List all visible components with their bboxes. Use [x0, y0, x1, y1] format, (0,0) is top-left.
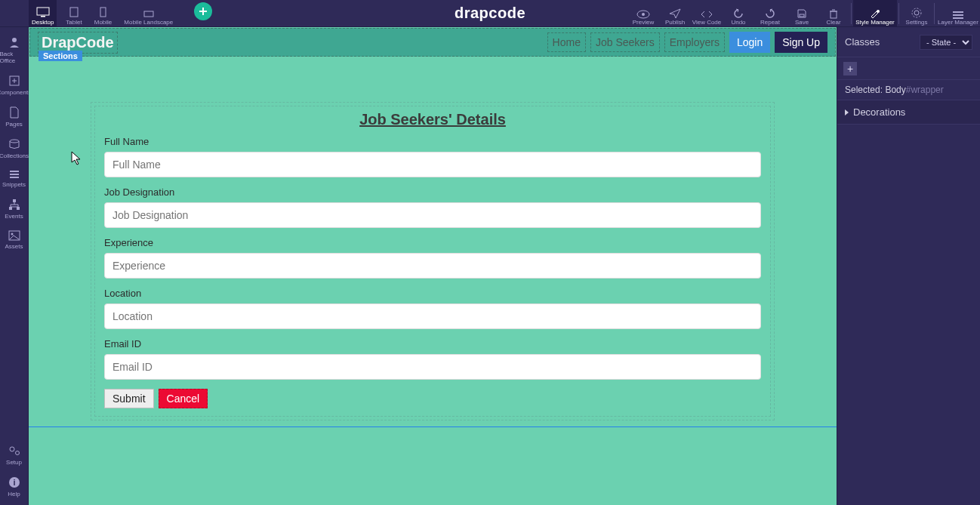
tag-add-row: +: [837, 57, 980, 80]
separator: [898, 3, 899, 24]
code-icon: [700, 10, 713, 19]
rail-snippets[interactable]: Snippets: [0, 164, 29, 192]
device-label: Mobile Landscape: [124, 19, 173, 26]
tool-style-manager[interactable]: Style Manager: [853, 0, 897, 27]
rail-collections[interactable]: Collections: [0, 132, 29, 164]
gear-icon: [911, 7, 923, 19]
mobile-landscape-icon: [143, 11, 154, 17]
rail-label: Setup: [6, 459, 22, 466]
svg-text:i: i: [13, 478, 15, 487]
site-brand-text: DrapCode: [42, 34, 114, 51]
state-select[interactable]: - State -: [920, 35, 972, 50]
device-mobile[interactable]: Mobile: [91, 0, 116, 27]
rail-label: Help: [8, 491, 20, 497]
style-manager-panel: Classes - State - + Selected: Body#wrapp…: [837, 27, 980, 505]
rail-setup[interactable]: Setup: [0, 439, 29, 470]
svg-point-38: [10, 447, 14, 451]
redo-icon: [764, 8, 776, 19]
rail-events[interactable]: Events: [0, 192, 29, 224]
svg-point-15: [914, 11, 919, 15]
separator: [851, 3, 852, 24]
save-icon: [797, 8, 807, 19]
svg-point-39: [15, 451, 19, 455]
caret-right-icon: [845, 109, 849, 115]
device-desktop[interactable]: Desktop: [29, 0, 57, 27]
rail-pages[interactable]: Pages: [0, 100, 29, 132]
svg-rect-28: [13, 199, 16, 202]
svg-rect-3: [100, 8, 106, 17]
svg-rect-29: [9, 207, 12, 210]
tool-label: Settings: [906, 19, 928, 26]
svg-point-37: [11, 233, 13, 236]
svg-point-14: [877, 10, 880, 13]
tool-label: View Code: [692, 19, 722, 26]
trash-icon: [828, 8, 839, 19]
paper-plane-icon: [669, 8, 681, 19]
topbar-tools: Preview Publish View Code Undo Repeat Sa…: [627, 0, 980, 27]
tool-label: Preview: [633, 19, 654, 26]
device-label: Tablet: [66, 19, 82, 26]
tool-label: Undo: [731, 19, 745, 26]
cogs-icon: [8, 445, 21, 457]
body-outline: [29, 27, 837, 427]
tool-save[interactable]: Save: [786, 0, 818, 27]
tool-publish[interactable]: Publish: [659, 0, 691, 27]
sitemap-icon: [8, 199, 20, 211]
canvas[interactable]: DrapCode Sections Home Job Seekers Emplo…: [29, 27, 837, 505]
tool-label: Save: [795, 19, 809, 26]
add-button[interactable]: [194, 2, 212, 20]
svg-rect-10: [800, 14, 804, 17]
app-logo: drapcode: [455, 5, 525, 22]
svg-point-24: [10, 140, 19, 143]
tool-undo[interactable]: Undo: [723, 0, 754, 27]
svg-point-16: [912, 8, 921, 17]
info-circle-icon: i: [8, 476, 20, 488]
svg-rect-4: [144, 11, 153, 17]
svg-rect-1: [41, 16, 45, 17]
mobile-icon: [100, 7, 106, 17]
tool-settings[interactable]: Settings: [901, 0, 932, 27]
tool-label: Layer Manager: [938, 19, 978, 26]
add-class-button[interactable]: +: [843, 62, 857, 75]
decorations-accordion[interactable]: Decorations: [837, 100, 980, 125]
classes-label: Classes: [845, 36, 880, 48]
rail-label: Components: [0, 89, 31, 96]
device-mobile-landscape[interactable]: Mobile Landscape: [121, 0, 176, 27]
image-icon: [8, 230, 20, 241]
selected-element: Body: [885, 85, 905, 95]
site-brand[interactable]: DrapCode Sections: [38, 32, 118, 54]
desktop-icon: [36, 7, 50, 17]
device-tablet[interactable]: Tablet: [63, 0, 85, 27]
svg-point-8: [642, 13, 645, 16]
page-icon: [9, 106, 20, 119]
tool-repeat[interactable]: Repeat: [754, 0, 786, 27]
rail-back-office[interactable]: Back Office: [0, 30, 29, 69]
rail-assets[interactable]: Assets: [0, 224, 29, 254]
tool-preview[interactable]: Preview: [627, 0, 659, 27]
rail-label: Collections: [0, 152, 29, 159]
tool-layer-manager[interactable]: Layer Manager: [936, 0, 980, 27]
decorations-label: Decorations: [853, 106, 905, 118]
user-icon: [8, 36, 20, 48]
tool-clear[interactable]: Clear: [818, 0, 849, 27]
tool-view-code[interactable]: View Code: [691, 0, 723, 27]
svg-rect-2: [70, 8, 78, 17]
selected-id: #wrapper: [906, 85, 944, 95]
topbar: Desktop Tablet Mobile Mobile Landscape d…: [0, 0, 980, 27]
classes-row: Classes - State -: [837, 27, 980, 57]
tool-label: Publish: [665, 19, 685, 26]
rail-help[interactable]: i Help: [0, 470, 29, 502]
rail-bottom-group: Setup i Help: [0, 439, 29, 502]
svg-rect-11: [831, 11, 837, 18]
svg-rect-0: [37, 8, 49, 15]
device-label: Desktop: [32, 19, 54, 26]
tool-label: Repeat: [760, 19, 780, 26]
plus-circle-icon: [198, 6, 208, 17]
svg-point-20: [12, 38, 17, 42]
paint-brush-icon: [869, 8, 881, 19]
sections-badge[interactable]: Sections: [39, 51, 82, 61]
undo-icon: [732, 8, 744, 19]
left-rail: Back Office Components Pages Collections…: [0, 27, 29, 505]
eye-icon: [636, 10, 650, 19]
rail-components[interactable]: Components: [0, 69, 29, 100]
